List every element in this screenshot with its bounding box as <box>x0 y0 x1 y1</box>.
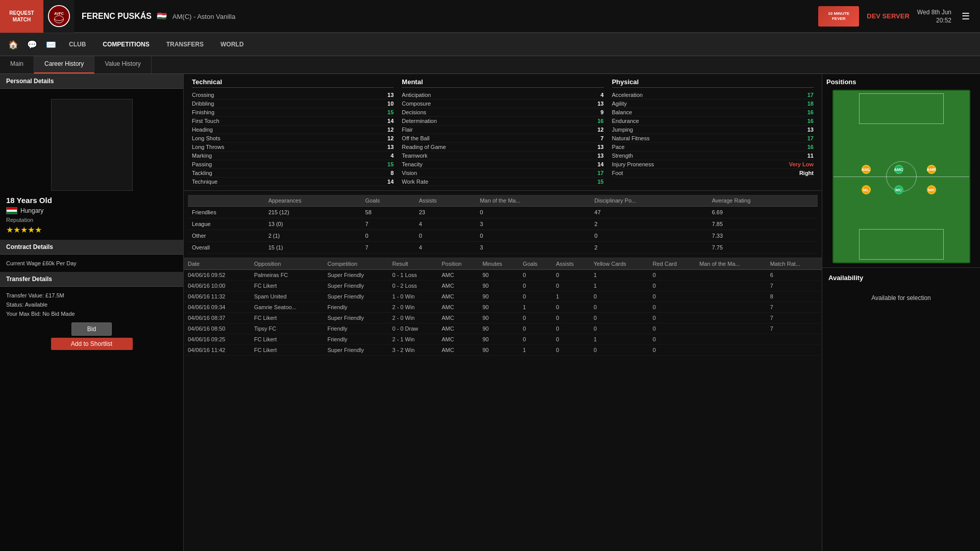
match-opp: Spam United <box>250 291 324 302</box>
attr-value: 13 <box>381 144 394 150</box>
stat-disc: 47 <box>591 207 708 218</box>
attr-value: 12 <box>591 127 604 133</box>
match-history: Date Opposition Competition Result Posit… <box>184 258 822 356</box>
pos-mc[interactable]: MC <box>894 185 903 194</box>
attr-value: 17 <box>801 92 814 98</box>
stat-rating: 7.33 <box>708 230 818 242</box>
nav-mail-icon[interactable]: ✉️ <box>43 36 59 53</box>
attr-name: Off the Ball <box>402 135 429 141</box>
match-assists: 0 <box>552 323 590 334</box>
attr-name: Tenacity <box>402 161 422 167</box>
pos-amr[interactable]: AMR <box>927 165 936 174</box>
match-assists: 0 <box>552 302 590 313</box>
attr-row: Acceleration17 <box>612 91 814 99</box>
match-mom <box>695 313 766 323</box>
match-comp: Super Friendly <box>323 281 388 291</box>
col-disc: Disciplinary Po... <box>591 195 708 207</box>
attr-value: 11 <box>801 153 814 159</box>
stats-tbody: Friendlies 215 (12) 58 23 0 47 6.69 Leag… <box>188 207 818 254</box>
match-result: 0 - 0 Draw <box>388 323 437 334</box>
stat-assists: 4 <box>415 242 476 254</box>
match-pos: AMC <box>437 302 478 313</box>
datetime-display: Wed 8th Jun 20:52 <box>917 8 951 24</box>
match-rating <box>766 345 822 356</box>
attr-row: FootRight <box>612 169 814 178</box>
match-yellow: 0 <box>590 302 649 313</box>
list-item[interactable]: 04/06/16 08:37 FC Likert Super Friendly … <box>184 313 822 323</box>
attr-value: 15 <box>591 179 604 185</box>
match-rating: 7 <box>766 281 822 291</box>
col-type <box>188 195 264 207</box>
attr-name: Finishing <box>192 109 214 115</box>
attr-name: First Touch <box>192 118 219 124</box>
match-pos: AMC <box>437 313 478 323</box>
nav-home-icon[interactable]: 🏠 <box>5 36 21 53</box>
match-comp: Friendly <box>323 302 388 313</box>
nav-competitions-button[interactable]: COMPETITIONS <box>95 38 156 51</box>
mh-yellow: Yellow Cards <box>590 258 649 270</box>
tab-main[interactable]: Main <box>0 56 34 73</box>
nav-chat-icon[interactable]: 💬 <box>24 36 40 53</box>
list-item[interactable]: 04/06/16 09:34 Gamrie Seatoo... Friendly… <box>184 302 822 313</box>
match-pos: AMC <box>437 270 478 281</box>
stat-type: League <box>188 218 264 230</box>
technical-title: Technical <box>192 78 394 88</box>
match-mins: 90 <box>478 313 519 323</box>
stat-appearances: 13 (0) <box>264 218 361 230</box>
list-item[interactable]: 04/06/16 09:52 Palmeiras FC Super Friend… <box>184 270 822 281</box>
reputation-stars: ★★★★★ <box>6 225 177 235</box>
attr-value: 14 <box>591 161 604 167</box>
request-match-button[interactable]: REQUEST MATCH <box>0 0 43 33</box>
attr-row: Determination16 <box>402 117 603 126</box>
club-logo: AVFC <box>43 0 74 33</box>
pos-aml[interactable]: AML <box>862 165 871 174</box>
stat-mom: 3 <box>476 242 590 254</box>
list-item[interactable]: 04/06/16 08:50 Tipsy FC Friendly 0 - 0 D… <box>184 323 822 334</box>
match-mom <box>695 302 766 313</box>
nav-club-button[interactable]: CLUB <box>62 38 93 51</box>
match-assists: 0 <box>552 334 590 345</box>
pos-mr[interactable]: MR <box>927 185 936 194</box>
tab-career-history[interactable]: Career History <box>34 56 94 73</box>
list-item[interactable]: 04/06/16 09:25 FC Likert Friendly 2 - 1 … <box>184 334 822 345</box>
pos-ml[interactable]: ML <box>862 185 871 194</box>
match-mins: 90 <box>478 323 519 334</box>
attr-name: Work Rate <box>402 179 428 185</box>
stat-disc: 2 <box>591 218 708 230</box>
match-yellow: 1 <box>590 281 649 291</box>
match-opp: Gamrie Seatoo... <box>250 302 324 313</box>
list-item[interactable]: 04/06/16 10:00 FC Likert Super Friendly … <box>184 281 822 291</box>
bid-button[interactable]: Bid <box>71 322 112 336</box>
transfer-value: Transfer Value: £17.5M <box>6 291 177 300</box>
nav-transfers-button[interactable]: TRANSFERS <box>159 38 211 51</box>
technical-attrs-list: Crossing13Dribbling10Finishing15First To… <box>192 91 394 186</box>
nationality-flag-icon <box>6 207 17 214</box>
stat-goals: 7 <box>361 218 415 230</box>
stat-rating: 6.69 <box>708 207 818 218</box>
menu-icon[interactable]: ☰ <box>959 8 972 24</box>
attr-row: Flair12 <box>402 126 603 134</box>
match-red: 0 <box>649 302 695 313</box>
list-item[interactable]: 04/06/16 11:42 FC Likert Super Friendly … <box>184 345 822 356</box>
match-goals: 0 <box>519 291 552 302</box>
dev-server-badge: DEV SERVER <box>867 12 910 20</box>
pos-amc[interactable]: AMC <box>894 165 903 174</box>
match-comp: Super Friendly <box>323 313 388 323</box>
physical-attributes: Physical Acceleration17Agility18Balance1… <box>608 78 818 186</box>
match-rating: 6 <box>766 270 822 281</box>
tab-value-history[interactable]: Value History <box>94 56 151 73</box>
nav-world-button[interactable]: WORLD <box>213 38 251 51</box>
list-item[interactable]: 04/06/16 11:32 Spam United Super Friendl… <box>184 291 822 302</box>
attr-name: Vision <box>402 170 417 176</box>
contract-details-body: Current Wage £60k Per Day <box>0 255 183 272</box>
match-date: 04/06/16 08:50 <box>184 323 250 334</box>
contract-details-header: Contract Details <box>0 240 183 255</box>
add-to-shortlist-button[interactable]: Add to Shortlist <box>51 338 133 350</box>
attr-name: Teamwork <box>402 153 427 159</box>
personal-details-header: Personal Details <box>0 74 183 89</box>
stat-type: Overall <box>188 242 264 254</box>
table-row: Overall 15 (1) 7 4 3 2 7.75 <box>188 242 818 254</box>
transfer-status: Status: Available <box>6 300 177 309</box>
mh-goals: Goals <box>519 258 552 270</box>
match-table: Date Opposition Competition Result Posit… <box>184 258 822 356</box>
